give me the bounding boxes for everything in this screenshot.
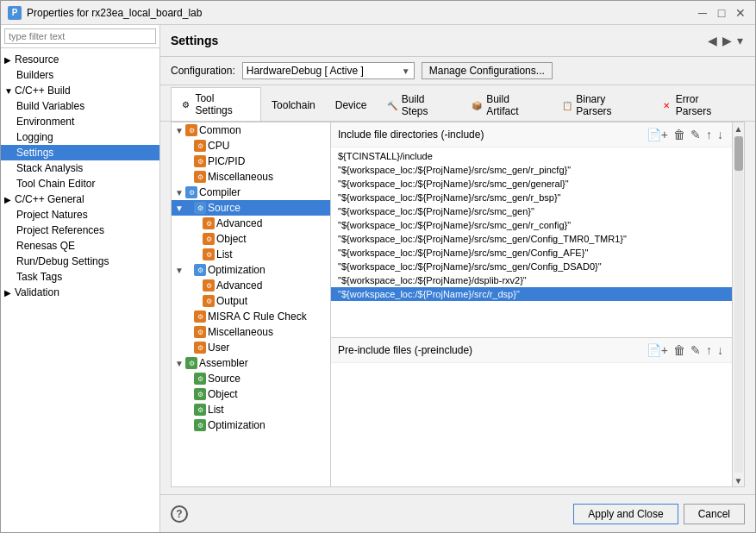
menu-button[interactable]: ▾	[735, 32, 745, 49]
asm-source-icon: ⚙	[194, 373, 206, 385]
tab-binary-parsers[interactable]: 📋 Binary Parsers	[552, 89, 651, 121]
tab-error-parsers[interactable]: ✕ Error Parsers	[651, 89, 744, 121]
sidebar-item-project-natures[interactable]: Project Natures	[1, 207, 159, 223]
tt-compiler[interactable]: ▼ ⚙ Compiler	[172, 185, 330, 200]
tt-optimization[interactable]: ▼ ⚙ Optimization	[172, 262, 330, 278]
preinclude-up-button[interactable]: ↑	[704, 342, 714, 359]
list-icon: ⚙	[203, 248, 215, 260]
title-bar: P Properties for rx23ea_local_board_lab …	[1, 1, 755, 25]
tab-binary-parsers-label: Binary Parsers	[576, 93, 640, 117]
panel-body: ▼ ⚙ Common ⚙ CPU ⚙ PIC/PID	[171, 122, 745, 487]
scrollbar[interactable]: ▲ ▼	[732, 122, 744, 486]
config-dropdown[interactable]: HardwareDebug [ Active ] ▼	[242, 62, 415, 79]
sidebar-item-task-tags[interactable]: Task Tags	[1, 269, 159, 285]
tab-tool-settings[interactable]: ⚙ Tool Settings	[171, 87, 261, 121]
sidebar-item-stack-analysis[interactable]: Stack Analysis	[1, 160, 159, 176]
include-item-2[interactable]: "${workspace_loc:/${ProjName}/src/smc_ge…	[331, 177, 732, 191]
tt-misc-common[interactable]: ⚙ Miscellaneous	[172, 169, 330, 185]
preinclude-list	[331, 363, 732, 432]
tt-asm-list[interactable]: ⚙ List	[172, 402, 330, 417]
tab-build-artifact[interactable]: 📦 Build Artifact	[462, 89, 551, 121]
include-add-button[interactable]: 📄+	[645, 126, 670, 143]
scroll-thumb[interactable]	[734, 136, 743, 171]
sidebar-item-resource[interactable]: ▶Resource	[1, 52, 159, 67]
sidebar-item-cpp-build[interactable]: ▼C/C++ Build	[1, 83, 159, 98]
include-item-1[interactable]: "${workspace_loc:/${ProjName}/src/smc_ge…	[331, 163, 732, 177]
include-item-10[interactable]: "${workspace_loc:/${ProjName}/src/r_dsp}…	[331, 287, 732, 301]
asm-list-icon: ⚙	[194, 404, 206, 416]
include-item-0[interactable]: ${TCINSTALL}/include	[331, 149, 732, 163]
forward-button[interactable]: ▶	[721, 32, 734, 49]
include-header-label: Include file directories (-include)	[338, 129, 484, 141]
apply-close-button[interactable]: Apply and Close	[573, 504, 678, 524]
tt-asm-optimization[interactable]: ⚙ Optimization	[172, 417, 330, 433]
include-down-button[interactable]: ↓	[715, 126, 725, 143]
tt-common[interactable]: ▼ ⚙ Common	[172, 122, 330, 138]
tt-output[interactable]: ⚙ Output	[172, 293, 330, 309]
sidebar-item-build-variables[interactable]: Build Variables	[1, 98, 159, 114]
include-delete-button[interactable]: 🗑	[672, 126, 687, 143]
include-up-button[interactable]: ↑	[704, 126, 714, 143]
tab-build-steps-label: Build Steps	[402, 93, 452, 117]
sidebar-item-project-references[interactable]: Project References	[1, 223, 159, 238]
advanced-opt-icon: ⚙	[203, 279, 215, 292]
help-button[interactable]: ?	[171, 505, 188, 523]
sidebar-item-settings[interactable]: Settings	[1, 145, 159, 160]
tt-pic-pid[interactable]: ⚙ PIC/PID	[172, 154, 330, 169]
preinclude-edit-button[interactable]: ✎	[689, 342, 703, 359]
scroll-down-button[interactable]: ▼	[733, 474, 745, 486]
tt-advanced[interactable]: ⚙ Advanced	[172, 216, 330, 231]
tab-device[interactable]: Device	[326, 89, 377, 121]
include-item-5[interactable]: "${workspace_loc:/${ProjName}/src/smc_ge…	[331, 218, 732, 232]
close-button[interactable]: ✕	[733, 5, 748, 21]
tt-source[interactable]: ▼ ⚙ Source	[172, 200, 330, 216]
tab-error-parsers-label: Error Parsers	[676, 93, 734, 117]
include-item-8[interactable]: "${workspace_loc:/${ProjName}/src/smc_ge…	[331, 260, 732, 273]
tt-list[interactable]: ⚙ List	[172, 247, 330, 262]
preinclude-header: Pre-include files (-preinclude) 📄+ 🗑 ✎ ↑…	[331, 338, 732, 363]
include-item-9[interactable]: "${workspace_loc:/${ProjName}/dsplib-rxv…	[331, 273, 732, 287]
tt-asm-source[interactable]: ⚙ Source	[172, 371, 330, 386]
tt-misra[interactable]: ⚙ MISRA C Rule Check	[172, 309, 330, 324]
build-steps-icon: 🔨	[386, 99, 397, 111]
tt-miscellaneous[interactable]: ⚙ Miscellaneous	[172, 324, 330, 340]
binary-parsers-icon: 📋	[561, 99, 572, 111]
config-value: HardwareDebug [ Active ]	[247, 65, 364, 77]
tt-user[interactable]: ⚙ User	[172, 340, 330, 355]
tt-cpu[interactable]: ⚙ CPU	[172, 138, 330, 154]
tt-object[interactable]: ⚙ Object	[172, 231, 330, 247]
include-item-4[interactable]: "${workspace_loc:/${ProjName}/src/smc_ge…	[331, 204, 732, 218]
minimize-button[interactable]: ─	[695, 5, 710, 21]
config-label: Configuration:	[171, 65, 235, 77]
sidebar-item-validation[interactable]: ▶Validation	[1, 285, 159, 300]
include-edit-button[interactable]: ✎	[689, 126, 703, 143]
sidebar-item-run-debug[interactable]: Run/Debug Settings	[1, 254, 159, 269]
include-item-7[interactable]: "${workspace_loc:/${ProjName}/src/smc_ge…	[331, 246, 732, 260]
sidebar-item-renesas-qe[interactable]: Renesas QE	[1, 238, 159, 254]
scroll-up-button[interactable]: ▲	[733, 122, 745, 135]
optimization-icon: ⚙	[194, 264, 206, 276]
sidebar-item-builders[interactable]: Builders	[1, 67, 159, 83]
sidebar-filter-input[interactable]	[4, 28, 156, 44]
cancel-button[interactable]: Cancel	[684, 504, 745, 524]
tool-tree-panel: ▼ ⚙ Common ⚙ CPU ⚙ PIC/PID	[172, 122, 331, 486]
tab-toolchain[interactable]: Toolchain	[262, 89, 325, 121]
sidebar-item-logging[interactable]: Logging	[1, 129, 159, 145]
back-button[interactable]: ◀	[706, 32, 719, 49]
preinclude-delete-button[interactable]: 🗑	[672, 342, 687, 359]
maximize-button[interactable]: □	[714, 5, 729, 21]
manage-configurations-button[interactable]: Manage Configurations...	[422, 62, 553, 79]
include-item-6[interactable]: "${workspace_loc:/${ProjName}/src/smc_ge…	[331, 232, 732, 246]
tt-asm-object[interactable]: ⚙ Object	[172, 386, 330, 402]
sidebar-item-cpp-general[interactable]: ▶C/C++ General	[1, 191, 159, 207]
preinclude-add-button[interactable]: 📄+	[645, 342, 670, 359]
preinclude-down-button[interactable]: ↓	[715, 342, 725, 359]
sidebar-item-tool-chain-editor[interactable]: Tool Chain Editor	[1, 176, 159, 191]
tt-assembler[interactable]: ▼ ⚙ Assembler	[172, 355, 330, 371]
sidebar-item-environment[interactable]: Environment	[1, 114, 159, 129]
tab-build-steps[interactable]: 🔨 Build Steps	[377, 89, 460, 121]
include-item-3[interactable]: "${workspace_loc:/${ProjName}/src/smc_ge…	[331, 191, 732, 204]
scroll-track	[734, 136, 743, 473]
tt-advanced-opt[interactable]: ⚙ Advanced	[172, 278, 330, 293]
tab-device-label: Device	[335, 99, 367, 111]
